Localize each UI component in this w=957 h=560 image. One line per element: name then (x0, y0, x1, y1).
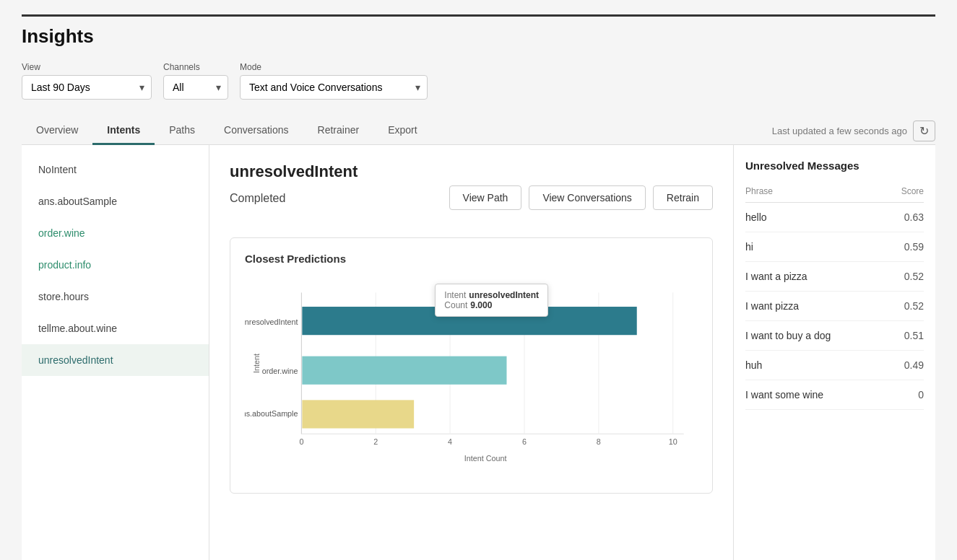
tab-right-info: Last updated a few seconds ago ↻ (772, 121, 935, 141)
tab-paths[interactable]: Paths (155, 117, 209, 145)
score-cell: 0.52 (904, 271, 924, 282)
table-row: hi 0.59 (745, 232, 924, 262)
score-cell: 0.49 (904, 359, 924, 371)
bar-ans-about[interactable] (302, 400, 414, 428)
filters-row: View Last 90 Days Last 30 Days Last 7 Da… (22, 62, 935, 100)
phrase-cell: I want some wine (745, 389, 823, 401)
view-select[interactable]: Last 90 Days Last 30 Days Last 7 Days (22, 75, 152, 100)
sidebar-item-nointent[interactable]: NoIntent (22, 154, 209, 185)
score-cell: 0.51 (904, 330, 924, 341)
svg-text:Intent Count: Intent Count (464, 454, 507, 463)
mode-select-wrapper: Text and Voice Conversations Text Conver… (240, 75, 428, 100)
channels-label: Channels (163, 62, 228, 72)
view-conversations-button[interactable]: View Conversations (529, 185, 645, 210)
svg-text:8: 8 (597, 437, 601, 446)
chart-title: Closest Predictions (245, 253, 698, 265)
mode-label: Mode (240, 62, 428, 72)
intent-status: Completed (230, 192, 285, 205)
intent-name: unresolvedIntent (230, 162, 713, 181)
sidebar-item-store-hours[interactable]: store.hours (22, 281, 209, 312)
channels-select-wrapper: All Text Voice (163, 75, 228, 100)
view-label: View (22, 62, 152, 72)
phrase-cell: I want to buy a dog (745, 330, 831, 341)
action-buttons: View Path View Conversations Retrain (449, 185, 713, 210)
retrain-button[interactable]: Retrain (653, 185, 713, 210)
score-cell: 0.52 (904, 300, 924, 312)
svg-text:unresolvedIntent: unresolvedIntent (245, 318, 298, 326)
view-select-wrapper: Last 90 Days Last 30 Days Last 7 Days (22, 75, 152, 100)
table-header: Phrase Score (745, 183, 924, 203)
bar-unresolved[interactable] (302, 307, 636, 335)
phrase-cell: I want a pizza (745, 271, 807, 282)
svg-text:ans.aboutSample: ans.aboutSample (245, 409, 298, 418)
last-updated-text: Last updated a few seconds ago (772, 126, 907, 136)
chart-panel: Closest Predictions (230, 237, 713, 494)
svg-text:Intent: Intent (252, 354, 261, 373)
svg-text:order.wine: order.wine (262, 367, 298, 375)
tabs-row: Overview Intents Paths Conversations Ret… (22, 117, 935, 145)
tab-export[interactable]: Export (373, 117, 431, 145)
phrase-cell: hi (745, 241, 753, 253)
chart-svg: 0 2 4 6 8 10 Intent Count Intent unresol… (245, 276, 698, 478)
phrase-cell: hello (745, 211, 767, 223)
table-row: hello 0.63 (745, 203, 924, 232)
view-path-button[interactable]: View Path (449, 185, 522, 210)
sidebar-item-ans-aboutsample[interactable]: ans.aboutSample (22, 185, 209, 217)
sidebar-item-tellme-about-wine[interactable]: tellme.about.wine (22, 312, 209, 344)
svg-text:6: 6 (522, 437, 527, 446)
phrase-cell: huh (745, 359, 762, 371)
sidebar-item-unresolved-intent[interactable]: unresolvedIntent (22, 344, 209, 376)
tab-overview[interactable]: Overview (22, 117, 92, 145)
unresolved-title: Unresolved Messages (745, 159, 924, 172)
tabs-left: Overview Intents Paths Conversations Ret… (22, 117, 432, 144)
page-title: Insights (22, 14, 935, 48)
channels-select[interactable]: All Text Voice (163, 75, 228, 100)
mode-select[interactable]: Text and Voice Conversations Text Conver… (240, 75, 428, 100)
sidebar: NoIntent ans.aboutSample order.wine prod… (22, 145, 209, 560)
tab-intents[interactable]: Intents (92, 117, 155, 145)
score-col-header: Score (901, 186, 924, 196)
table-row: huh 0.49 (745, 351, 924, 380)
channels-filter-group: Channels All Text Voice (163, 62, 228, 100)
right-panel: Unresolved Messages Phrase Score hello 0… (733, 145, 935, 560)
sidebar-item-order-wine[interactable]: order.wine (22, 217, 209, 249)
tab-conversations[interactable]: Conversations (209, 117, 303, 145)
phrase-cell: I want pizza (745, 300, 799, 312)
phrase-col-header: Phrase (745, 186, 773, 196)
view-filter-group: View Last 90 Days Last 30 Days Last 7 Da… (22, 62, 152, 100)
app-container: Insights View Last 90 Days Last 30 Days … (0, 0, 957, 560)
refresh-button[interactable]: ↻ (913, 121, 935, 141)
table-row: I want pizza 0.52 (745, 292, 924, 321)
main-content: NoIntent ans.aboutSample order.wine prod… (22, 145, 935, 560)
unresolved-rows: hello 0.63 hi 0.59 I want a pizza 0.52 I… (745, 203, 924, 410)
sidebar-item-product-info[interactable]: product.info (22, 249, 209, 281)
score-cell: 0.63 (904, 211, 924, 223)
svg-text:10: 10 (669, 437, 677, 446)
bar-order-wine[interactable] (302, 356, 506, 385)
svg-text:2: 2 (373, 437, 378, 446)
svg-text:0: 0 (299, 437, 303, 446)
table-row: I want some wine 0 (745, 380, 924, 410)
tab-retrainer[interactable]: Retrainer (303, 117, 374, 145)
content-area: unresolvedIntent Completed View Path Vie… (209, 145, 733, 560)
score-cell: 0 (918, 389, 924, 401)
bar-chart: 0 2 4 6 8 10 Intent Count Intent unresol… (245, 276, 698, 478)
mode-filter-group: Mode Text and Voice Conversations Text C… (240, 62, 428, 100)
table-row: I want a pizza 0.52 (745, 262, 924, 292)
score-cell: 0.59 (904, 241, 924, 253)
svg-text:4: 4 (448, 437, 452, 446)
table-row: I want to buy a dog 0.51 (745, 321, 924, 351)
